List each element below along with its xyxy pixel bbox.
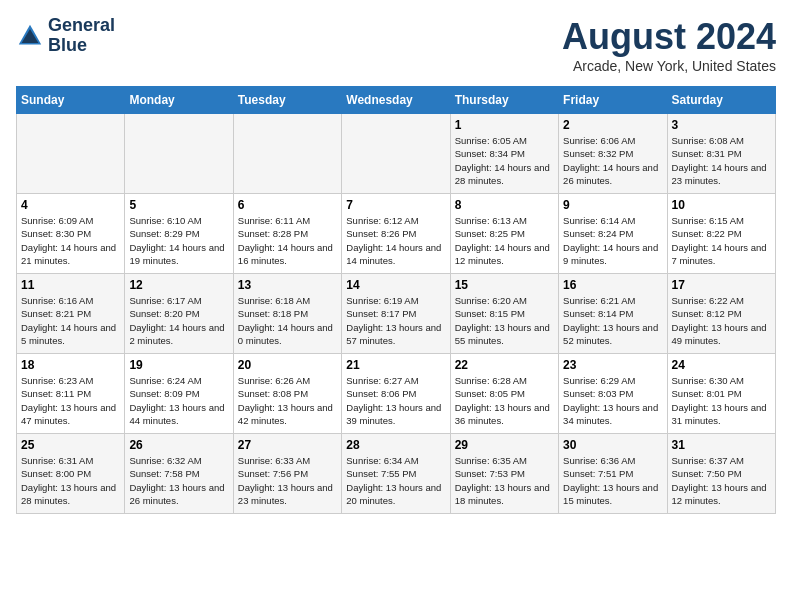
day-cell: 13Sunrise: 6:18 AM Sunset: 8:18 PM Dayli… xyxy=(233,274,341,354)
day-number: 1 xyxy=(455,118,554,132)
calendar-body: 1Sunrise: 6:05 AM Sunset: 8:34 PM Daylig… xyxy=(17,114,776,514)
day-number: 7 xyxy=(346,198,445,212)
day-number: 28 xyxy=(346,438,445,452)
day-cell: 30Sunrise: 6:36 AM Sunset: 7:51 PM Dayli… xyxy=(559,434,667,514)
day-info: Sunrise: 6:34 AM Sunset: 7:55 PM Dayligh… xyxy=(346,454,445,507)
day-info: Sunrise: 6:35 AM Sunset: 7:53 PM Dayligh… xyxy=(455,454,554,507)
day-cell: 12Sunrise: 6:17 AM Sunset: 8:20 PM Dayli… xyxy=(125,274,233,354)
day-cell: 2Sunrise: 6:06 AM Sunset: 8:32 PM Daylig… xyxy=(559,114,667,194)
header-monday: Monday xyxy=(125,87,233,114)
day-number: 3 xyxy=(672,118,771,132)
day-cell: 5Sunrise: 6:10 AM Sunset: 8:29 PM Daylig… xyxy=(125,194,233,274)
day-number: 31 xyxy=(672,438,771,452)
day-cell: 20Sunrise: 6:26 AM Sunset: 8:08 PM Dayli… xyxy=(233,354,341,434)
day-cell: 16Sunrise: 6:21 AM Sunset: 8:14 PM Dayli… xyxy=(559,274,667,354)
day-number: 26 xyxy=(129,438,228,452)
day-number: 22 xyxy=(455,358,554,372)
day-number: 10 xyxy=(672,198,771,212)
day-number: 23 xyxy=(563,358,662,372)
day-info: Sunrise: 6:24 AM Sunset: 8:09 PM Dayligh… xyxy=(129,374,228,427)
day-info: Sunrise: 6:26 AM Sunset: 8:08 PM Dayligh… xyxy=(238,374,337,427)
header-sunday: Sunday xyxy=(17,87,125,114)
day-cell: 7Sunrise: 6:12 AM Sunset: 8:26 PM Daylig… xyxy=(342,194,450,274)
day-number: 27 xyxy=(238,438,337,452)
day-cell: 8Sunrise: 6:13 AM Sunset: 8:25 PM Daylig… xyxy=(450,194,558,274)
day-info: Sunrise: 6:10 AM Sunset: 8:29 PM Dayligh… xyxy=(129,214,228,267)
day-info: Sunrise: 6:33 AM Sunset: 7:56 PM Dayligh… xyxy=(238,454,337,507)
day-info: Sunrise: 6:27 AM Sunset: 8:06 PM Dayligh… xyxy=(346,374,445,427)
day-info: Sunrise: 6:31 AM Sunset: 8:00 PM Dayligh… xyxy=(21,454,120,507)
day-info: Sunrise: 6:28 AM Sunset: 8:05 PM Dayligh… xyxy=(455,374,554,427)
day-number: 14 xyxy=(346,278,445,292)
day-info: Sunrise: 6:05 AM Sunset: 8:34 PM Dayligh… xyxy=(455,134,554,187)
day-number: 2 xyxy=(563,118,662,132)
page-header: General Blue August 2024 Arcade, New Yor… xyxy=(16,16,776,74)
day-number: 6 xyxy=(238,198,337,212)
day-number: 30 xyxy=(563,438,662,452)
calendar-table: SundayMondayTuesdayWednesdayThursdayFrid… xyxy=(16,86,776,514)
day-info: Sunrise: 6:09 AM Sunset: 8:30 PM Dayligh… xyxy=(21,214,120,267)
day-number: 4 xyxy=(21,198,120,212)
day-number: 13 xyxy=(238,278,337,292)
day-number: 21 xyxy=(346,358,445,372)
day-cell: 22Sunrise: 6:28 AM Sunset: 8:05 PM Dayli… xyxy=(450,354,558,434)
day-info: Sunrise: 6:16 AM Sunset: 8:21 PM Dayligh… xyxy=(21,294,120,347)
day-cell: 31Sunrise: 6:37 AM Sunset: 7:50 PM Dayli… xyxy=(667,434,775,514)
day-info: Sunrise: 6:14 AM Sunset: 8:24 PM Dayligh… xyxy=(563,214,662,267)
day-number: 29 xyxy=(455,438,554,452)
week-row-3: 18Sunrise: 6:23 AM Sunset: 8:11 PM Dayli… xyxy=(17,354,776,434)
header-tuesday: Tuesday xyxy=(233,87,341,114)
day-number: 16 xyxy=(563,278,662,292)
day-cell: 1Sunrise: 6:05 AM Sunset: 8:34 PM Daylig… xyxy=(450,114,558,194)
logo-line1: General xyxy=(48,16,115,36)
day-info: Sunrise: 6:32 AM Sunset: 7:58 PM Dayligh… xyxy=(129,454,228,507)
day-number: 17 xyxy=(672,278,771,292)
day-info: Sunrise: 6:12 AM Sunset: 8:26 PM Dayligh… xyxy=(346,214,445,267)
day-info: Sunrise: 6:13 AM Sunset: 8:25 PM Dayligh… xyxy=(455,214,554,267)
day-cell xyxy=(17,114,125,194)
day-info: Sunrise: 6:22 AM Sunset: 8:12 PM Dayligh… xyxy=(672,294,771,347)
day-cell: 19Sunrise: 6:24 AM Sunset: 8:09 PM Dayli… xyxy=(125,354,233,434)
day-info: Sunrise: 6:06 AM Sunset: 8:32 PM Dayligh… xyxy=(563,134,662,187)
day-number: 8 xyxy=(455,198,554,212)
day-cell: 11Sunrise: 6:16 AM Sunset: 8:21 PM Dayli… xyxy=(17,274,125,354)
header-wednesday: Wednesday xyxy=(342,87,450,114)
header-row: SundayMondayTuesdayWednesdayThursdayFrid… xyxy=(17,87,776,114)
day-cell: 25Sunrise: 6:31 AM Sunset: 8:00 PM Dayli… xyxy=(17,434,125,514)
day-info: Sunrise: 6:15 AM Sunset: 8:22 PM Dayligh… xyxy=(672,214,771,267)
day-cell: 14Sunrise: 6:19 AM Sunset: 8:17 PM Dayli… xyxy=(342,274,450,354)
logo-icon xyxy=(16,22,44,50)
logo-text: General Blue xyxy=(48,16,115,56)
title-block: August 2024 Arcade, New York, United Sta… xyxy=(562,16,776,74)
day-info: Sunrise: 6:17 AM Sunset: 8:20 PM Dayligh… xyxy=(129,294,228,347)
day-cell xyxy=(125,114,233,194)
day-number: 18 xyxy=(21,358,120,372)
day-cell: 9Sunrise: 6:14 AM Sunset: 8:24 PM Daylig… xyxy=(559,194,667,274)
day-info: Sunrise: 6:30 AM Sunset: 8:01 PM Dayligh… xyxy=(672,374,771,427)
day-number: 11 xyxy=(21,278,120,292)
day-cell: 10Sunrise: 6:15 AM Sunset: 8:22 PM Dayli… xyxy=(667,194,775,274)
week-row-2: 11Sunrise: 6:16 AM Sunset: 8:21 PM Dayli… xyxy=(17,274,776,354)
day-info: Sunrise: 6:19 AM Sunset: 8:17 PM Dayligh… xyxy=(346,294,445,347)
day-info: Sunrise: 6:37 AM Sunset: 7:50 PM Dayligh… xyxy=(672,454,771,507)
day-info: Sunrise: 6:36 AM Sunset: 7:51 PM Dayligh… xyxy=(563,454,662,507)
calendar-header: SundayMondayTuesdayWednesdayThursdayFrid… xyxy=(17,87,776,114)
day-number: 25 xyxy=(21,438,120,452)
day-info: Sunrise: 6:29 AM Sunset: 8:03 PM Dayligh… xyxy=(563,374,662,427)
day-number: 15 xyxy=(455,278,554,292)
day-info: Sunrise: 6:18 AM Sunset: 8:18 PM Dayligh… xyxy=(238,294,337,347)
day-info: Sunrise: 6:20 AM Sunset: 8:15 PM Dayligh… xyxy=(455,294,554,347)
day-cell: 4Sunrise: 6:09 AM Sunset: 8:30 PM Daylig… xyxy=(17,194,125,274)
day-cell: 26Sunrise: 6:32 AM Sunset: 7:58 PM Dayli… xyxy=(125,434,233,514)
day-info: Sunrise: 6:23 AM Sunset: 8:11 PM Dayligh… xyxy=(21,374,120,427)
day-cell: 29Sunrise: 6:35 AM Sunset: 7:53 PM Dayli… xyxy=(450,434,558,514)
day-info: Sunrise: 6:21 AM Sunset: 8:14 PM Dayligh… xyxy=(563,294,662,347)
header-thursday: Thursday xyxy=(450,87,558,114)
day-cell: 27Sunrise: 6:33 AM Sunset: 7:56 PM Dayli… xyxy=(233,434,341,514)
day-cell: 18Sunrise: 6:23 AM Sunset: 8:11 PM Dayli… xyxy=(17,354,125,434)
day-number: 24 xyxy=(672,358,771,372)
day-number: 9 xyxy=(563,198,662,212)
week-row-0: 1Sunrise: 6:05 AM Sunset: 8:34 PM Daylig… xyxy=(17,114,776,194)
day-cell: 15Sunrise: 6:20 AM Sunset: 8:15 PM Dayli… xyxy=(450,274,558,354)
day-cell: 23Sunrise: 6:29 AM Sunset: 8:03 PM Dayli… xyxy=(559,354,667,434)
